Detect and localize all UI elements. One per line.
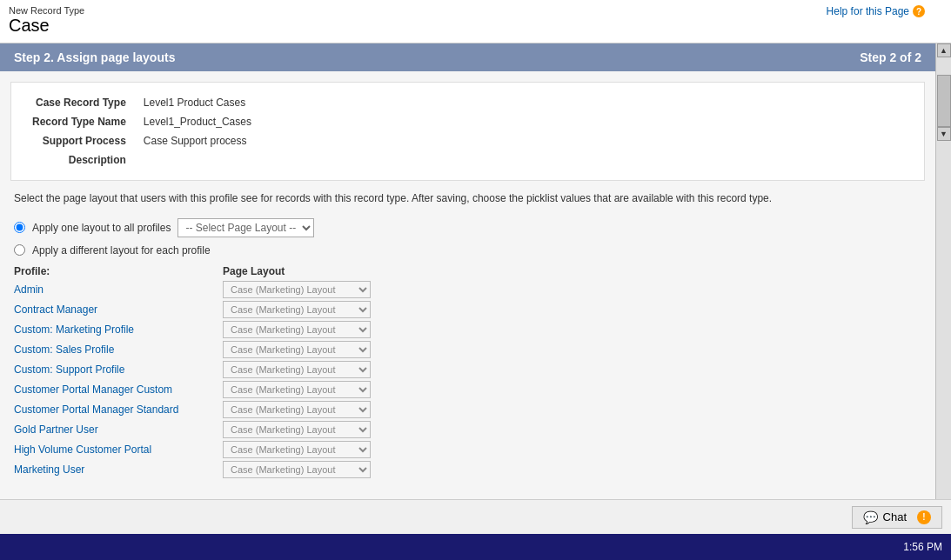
profile-section: Profile: Page Layout Admin Case (Marketi…: [14, 265, 921, 478]
bottom-bar: 💬 Chat !: [0, 499, 951, 534]
profile-row: Custom: Support Profile Case (Marketing)…: [14, 361, 921, 378]
profile-name-cp-manager-standard: Customer Portal Manager Standard: [14, 403, 223, 416]
new-record-label: New Record Type: [9, 5, 942, 16]
profile-layout-select-contract-manager[interactable]: Case (Marketing) Layout: [223, 301, 371, 318]
profile-table-header: Profile: Page Layout: [14, 265, 921, 277]
profile-layout-select-cp-manager-custom[interactable]: Case (Marketing) Layout: [223, 381, 371, 398]
radio-section: Apply one layout to all profiles -- Sele…: [14, 218, 921, 257]
profile-layout-select-custom-marketing[interactable]: Case (Marketing) Layout: [223, 321, 371, 338]
profile-row: Marketing User Case (Marketing) Layout: [14, 461, 921, 478]
profile-name-custom-support: Custom: Support Profile: [14, 363, 223, 376]
field-value-support-process: Case Support process: [137, 131, 258, 150]
content-with-scroll: Step 2. Assign page layouts Step 2 of 2 …: [0, 43, 951, 499]
page-title: Case: [9, 16, 942, 36]
chat-label: Chat: [883, 510, 907, 523]
radio-option-one-layout: Apply one layout to all profiles -- Sele…: [14, 218, 921, 237]
profile-row: Custom: Marketing Profile Case (Marketin…: [14, 321, 921, 338]
radio-one-layout-label: Apply one layout to all profiles: [32, 222, 171, 234]
scrollbar: ▲ ▼: [935, 43, 951, 499]
instruction-text: Select the page layout that users with t…: [14, 191, 921, 206]
field-label-support-process: Support Process: [25, 131, 137, 150]
field-label-description: Description: [25, 150, 137, 170]
radio-different-layout-input[interactable]: [14, 244, 25, 256]
field-value-description: [137, 150, 258, 170]
chat-button[interactable]: 💬 Chat !: [852, 506, 942, 529]
profile-row: Admin Case (Marketing) Layout: [14, 281, 921, 298]
step-indicator: Step 2 of 2: [860, 50, 921, 64]
main-container: New Record Type Case Help for this Page …: [0, 0, 951, 560]
step-title: Step 2. Assign page layouts: [14, 50, 175, 64]
select-page-layout-dropdown[interactable]: -- Select Page Layout --: [177, 218, 314, 237]
profile-name-custom-sales: Custom: Sales Profile: [14, 343, 223, 356]
profile-row: Gold Partner User Case (Marketing) Layou…: [14, 421, 921, 438]
profile-layout-select-high-volume-cp[interactable]: Case (Marketing) Layout: [223, 441, 371, 458]
scrollbar-up-button[interactable]: ▲: [937, 43, 951, 57]
field-value-case-record-type: Level1 Product Cases: [137, 93, 258, 112]
profile-row: Customer Portal Manager Custom Case (Mar…: [14, 381, 921, 398]
profile-name-high-volume-cp: High Volume Customer Portal: [14, 443, 223, 456]
record-info-table: Case Record Type Level1 Product Cases Re…: [25, 93, 258, 170]
profile-layout-select-gold-partner[interactable]: Case (Marketing) Layout: [223, 421, 371, 438]
col-header-layout: Page Layout: [223, 265, 285, 277]
table-row: Description: [25, 150, 258, 170]
profile-name-custom-marketing: Custom: Marketing Profile: [14, 323, 223, 336]
content-area: Step 2. Assign page layouts Step 2 of 2 …: [0, 43, 935, 499]
field-value-record-type-name: Level1_Product_Cases: [137, 112, 258, 131]
taskbar: 1:56 PM: [0, 534, 951, 560]
profile-layout-select-custom-sales[interactable]: Case (Marketing) Layout: [223, 341, 371, 358]
profile-name-gold-partner: Gold Partner User: [14, 423, 223, 436]
radio-different-layout-label: Apply a different layout for each profil…: [32, 244, 211, 257]
scrollbar-down-button[interactable]: ▼: [937, 127, 951, 141]
profile-row: High Volume Customer Portal Case (Market…: [14, 441, 921, 458]
help-link[interactable]: Help for this Page ?: [827, 5, 925, 17]
help-link-text: Help for this Page: [827, 5, 909, 17]
chat-bubble-icon: 💬: [863, 510, 878, 524]
profile-layout-select-custom-support[interactable]: Case (Marketing) Layout: [223, 361, 371, 378]
profile-row: Contract Manager Case (Marketing) Layout: [14, 301, 921, 318]
warning-icon: !: [917, 510, 931, 524]
profile-row: Customer Portal Manager Standard Case (M…: [14, 401, 921, 418]
field-label-case-record-type: Case Record Type: [25, 93, 137, 112]
scrollbar-thumb[interactable]: [937, 75, 951, 127]
profile-name-cp-manager-custom: Customer Portal Manager Custom: [14, 383, 223, 396]
profile-name-contract-manager: Contract Manager: [14, 303, 223, 316]
radio-option-different-layout: Apply a different layout for each profil…: [14, 244, 921, 257]
profile-name-marketing-user: Marketing User: [14, 463, 223, 476]
step-banner: Step 2. Assign page layouts Step 2 of 2: [0, 43, 935, 71]
profile-name-admin: Admin: [14, 283, 223, 296]
record-info: Case Record Type Level1 Product Cases Re…: [10, 82, 925, 181]
table-row: Case Record Type Level1 Product Cases: [25, 93, 258, 112]
system-time: 1:56 PM: [903, 541, 942, 553]
profile-layout-select-admin[interactable]: Case (Marketing) Layout: [223, 281, 371, 298]
field-label-record-type-name: Record Type Name: [25, 112, 137, 131]
radio-one-layout-input[interactable]: [14, 222, 25, 233]
help-icon: ?: [913, 5, 925, 17]
table-row: Record Type Name Level1_Product_Cases: [25, 112, 258, 131]
profile-layout-select-cp-manager-standard[interactable]: Case (Marketing) Layout: [223, 401, 371, 418]
page-header: New Record Type Case Help for this Page …: [0, 0, 951, 43]
profile-layout-select-marketing-user[interactable]: Case (Marketing) Layout: [223, 461, 371, 478]
profile-row: Custom: Sales Profile Case (Marketing) L…: [14, 341, 921, 358]
table-row: Support Process Case Support process: [25, 131, 258, 150]
col-header-profile: Profile:: [14, 265, 223, 277]
